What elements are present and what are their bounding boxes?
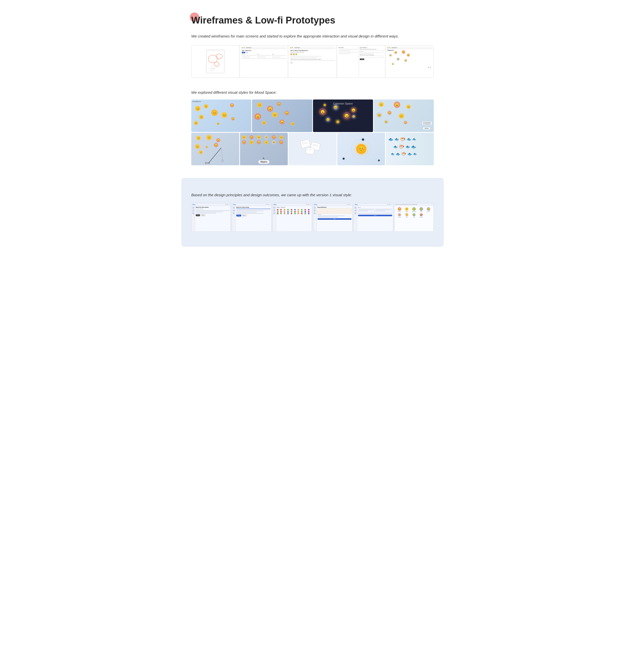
wireframe-dashboard-3: Self - Refl... Unit 3: Week 9... What is… bbox=[337, 46, 385, 77]
mood-space-section: We explored different visual styles for … bbox=[191, 90, 434, 165]
mood-cell-2: 😊 😠 😠 😠 😊 😠 😊 😠 😊 bbox=[252, 99, 312, 132]
svg-rect-6 bbox=[210, 70, 214, 71]
paper-icon bbox=[296, 138, 326, 158]
matrix-label: Matrix bbox=[259, 160, 269, 164]
dory-strip: Dory Mr. Smith ▼ Week 8 In-Class Activit… bbox=[191, 203, 434, 232]
mood-cell-matrix: 😊 😠 😊 😐 😠 😊 😠 😊 😠 😊 😐 😠 bbox=[240, 133, 288, 165]
svg-line-7 bbox=[209, 148, 221, 163]
mood-cell-4: 😊 😠 😊 😐 😠 😊 😐 😠 07/21/202107/30/2021 Win… bbox=[374, 99, 434, 132]
svg-rect-10 bbox=[300, 139, 311, 148]
svg-rect-5 bbox=[210, 68, 215, 69]
svg-rect-16 bbox=[306, 147, 314, 154]
mood-cell-paper bbox=[288, 133, 337, 165]
section-title-wrap: Wireframes & Low-fi Prototypes bbox=[191, 15, 434, 26]
mood-cell-1: MoodBoard 😊 😊 😊 😊 😊 😠 😠 😊 😐 bbox=[191, 99, 251, 132]
dory-panel-1: Dory Mr. Smith ▼ Week 8 In-Class Activit… bbox=[191, 203, 231, 232]
wireframe-playground: Dashboard Playground 😊 😠 😐 😊 😢 😑 😊 ⊕ ⊖ bbox=[386, 46, 433, 77]
mood-cell-common-space: Common Space 😠 😐 😠 😐 😊 😐 😠 😊 bbox=[313, 99, 373, 132]
dory-panel-2: Dory Mr. Smith ▼ Week 8 In-Class Activit… bbox=[232, 203, 271, 232]
mood-cell-solar: 😊 🌑 🌑 🌑 bbox=[337, 133, 385, 165]
wireframe-strip: Dashboard Self - Reflection Week All Wee… bbox=[191, 45, 434, 78]
dory-panel-4: Dory Mr. Smith ▼ Board Reflection $0. bbox=[313, 203, 353, 232]
dory-panel-3: Dory Mr. Smith ▼ Week 1 - Week 10 bbox=[272, 203, 312, 232]
wireframe-dashboard-1: Dashboard Self - Reflection Week All Wee… bbox=[240, 46, 288, 77]
wireframe-dashboard-2: Dashboard Unit 3: Week 9 Self-Reflection… bbox=[288, 46, 337, 77]
dory-panel-6: How are you feeling about this new learn… bbox=[394, 203, 434, 232]
version1-description: Based on the design principles and desig… bbox=[191, 193, 434, 197]
wireframe-description: We created wireframes for main screens a… bbox=[191, 33, 434, 39]
blue-section: Based on the design principles and desig… bbox=[181, 178, 444, 247]
mood-cell-5: 😊 😊 😠 😊 😐 😠 😊 Dodg 🏃 bbox=[191, 133, 239, 165]
sketch-svg bbox=[196, 49, 235, 74]
mood-description: We explored different visual styles for … bbox=[191, 90, 434, 95]
svg-line-8 bbox=[221, 148, 222, 160]
page-title: Wireframes & Low-fi Prototypes bbox=[191, 15, 434, 26]
mood-grid: MoodBoard 😊 😊 😊 😊 😊 😠 😠 😊 😐 😊 bbox=[191, 99, 434, 165]
wireframe-sketch-panel bbox=[192, 46, 240, 77]
dory-panel-5: Dory Mr. Smith ▼ Board bbox=[354, 203, 393, 232]
mood-cell-fish: 🐟 🐟 🐡 🐟 🐟 🐟 🐡 🐟 🐟 bbox=[386, 133, 434, 165]
